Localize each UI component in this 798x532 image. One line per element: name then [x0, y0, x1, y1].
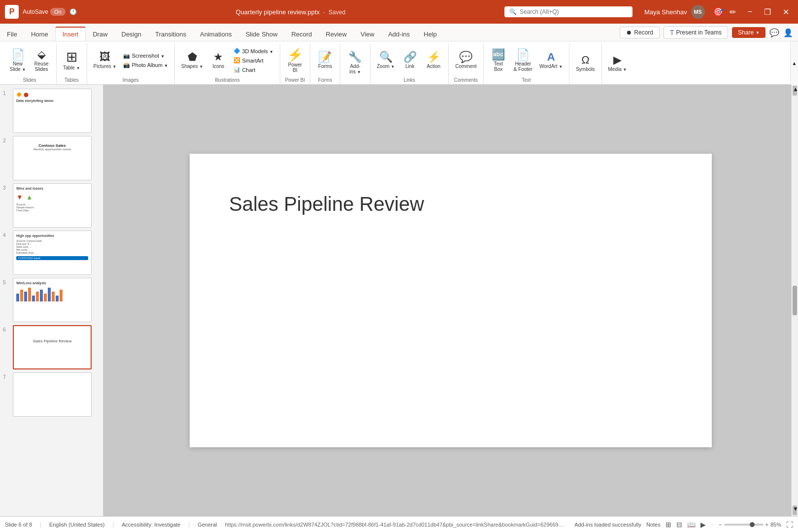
save-history-icon[interactable]: 🕐: [69, 8, 77, 15]
new-slide-button[interactable]: 📄 NewSlide ▼: [7, 48, 29, 73]
slide-thumb-2[interactable]: 2Contoso SalesMonthly opportunities revi…: [3, 136, 100, 180]
symbols-button[interactable]: Ω Symbols: [573, 53, 597, 73]
comment-icon-header[interactable]: 💬: [769, 28, 779, 37]
slide-thumb-6[interactable]: 6Sales Pipeline Review: [3, 325, 100, 369]
slide-thumb-3[interactable]: 3Wins and losses▼▲Account: ....Sample Am…: [3, 183, 100, 228]
minimize-button[interactable]: −: [744, 5, 756, 18]
share-button[interactable]: Share ▼: [732, 27, 765, 38]
action-button[interactable]: ⚡ Action: [423, 50, 444, 70]
text-box-button[interactable]: 🔤 TextBox: [488, 48, 509, 73]
search-input[interactable]: [520, 8, 628, 15]
comment-button[interactable]: 💬 Comment: [453, 50, 479, 70]
comments-group: 💬 Comment Comments: [449, 43, 483, 84]
link-button[interactable]: 🔗 Link: [399, 50, 421, 70]
powerbi-icon: ⚡: [287, 48, 303, 61]
tab-view[interactable]: View: [354, 28, 381, 41]
table-icon: ⊞: [66, 50, 77, 64]
zoom-out-icon[interactable]: −: [719, 522, 722, 528]
tab-animations[interactable]: Animations: [193, 28, 238, 41]
comments-group-content: 💬 Comment: [453, 43, 479, 77]
zoom-in-icon[interactable]: +: [765, 522, 768, 528]
zoom-control[interactable]: − + 85%: [719, 522, 781, 528]
header-footer-button[interactable]: 📄 Header& Footer: [511, 48, 535, 73]
autosave-toggle[interactable]: On: [50, 8, 66, 16]
avatar[interactable]: MS: [691, 5, 705, 19]
tab-file[interactable]: File: [0, 28, 24, 41]
photo-album-button[interactable]: 📸 Photo Album ▼: [121, 61, 170, 69]
slide-thumb-4[interactable]: 4High opp opportunitiesAccount: Contoso …: [3, 231, 100, 275]
scrollbar-down-arrow[interactable]: ▼: [793, 505, 797, 515]
table-button[interactable]: ⊞ Table ▼: [61, 49, 83, 72]
shapes-button[interactable]: ⬟ Shapes ▼: [179, 50, 206, 70]
comments-group-label: Comments: [454, 77, 478, 84]
pen-icon[interactable]: ✏: [730, 7, 736, 17]
illustrations-group-label: Illustrations: [215, 77, 240, 84]
tab-home[interactable]: Home: [24, 28, 55, 41]
slide-sorter-icon[interactable]: ⊟: [676, 521, 682, 529]
accessibility-status[interactable]: Accessibility: Investigate: [122, 522, 180, 528]
images-group: 🖼 Pictures ▼ 📷 Screenshot ▼ 📸 Photo Albu…: [87, 43, 175, 84]
slideshow-view-icon[interactable]: ▶: [700, 521, 706, 529]
powerbi-button[interactable]: ⚡ PowerBI: [284, 47, 306, 74]
chart-button[interactable]: 📊 Chart: [231, 66, 276, 74]
profile-icon-header[interactable]: 👤: [783, 28, 793, 37]
text-group-label: Text: [522, 77, 531, 84]
search-box[interactable]: 🔍: [504, 6, 632, 17]
wordart-button[interactable]: A WordArt ▼: [537, 50, 565, 70]
notes-button[interactable]: Notes: [646, 522, 661, 528]
media-button[interactable]: ▶ Media ▼: [606, 53, 630, 73]
tab-draw[interactable]: Draw: [86, 28, 114, 41]
record-button[interactable]: ⏺ Record: [620, 27, 660, 38]
normal-view-icon[interactable]: ⊞: [665, 521, 671, 529]
tab-insert[interactable]: Insert: [55, 27, 86, 41]
slide-thumb-5[interactable]: 5Win/Loss analysis: [3, 278, 100, 322]
zoom-button[interactable]: 🔍 Zoom ▼: [374, 50, 397, 70]
ribbon-collapse-button[interactable]: ▲: [790, 41, 798, 85]
canvas-vertical-scrollbar[interactable]: ▲ ▼: [791, 85, 798, 516]
add-ins-button[interactable]: 🔧 Add-ins ▼: [344, 50, 366, 76]
search-icon: 🔍: [509, 8, 517, 15]
tab-addins[interactable]: Add-ins: [381, 28, 417, 41]
tab-record[interactable]: Record: [284, 28, 319, 41]
fit-slide-icon[interactable]: ⛶: [786, 521, 793, 529]
ribbon: 📄 NewSlide ▼ ⬙ ReuseSlides Slides ⊞ Tabl…: [0, 41, 798, 85]
zoom-slider[interactable]: [724, 524, 764, 526]
slide-thumb-1[interactable]: 1🔶⬤Data storytelling demo: [3, 89, 100, 133]
3d-models-button[interactable]: 🔷 3D Models ▼: [231, 47, 276, 55]
status-url: https://msit.powerbi.com/links/d2W874ZJO…: [225, 522, 566, 528]
language-status[interactable]: English (United States): [49, 522, 105, 528]
reading-view-icon[interactable]: 📖: [687, 521, 696, 529]
action-icon: ⚡: [427, 52, 440, 63]
ribbon-icon[interactable]: 🎯: [713, 6, 724, 17]
tab-help[interactable]: Help: [417, 28, 444, 41]
canvas-area[interactable]: Sales Pipeline Review ▲ ▼: [103, 85, 798, 516]
tab-slideshow[interactable]: Slide Show: [238, 28, 284, 41]
reuse-slides-button[interactable]: ⬙ ReuseSlides: [31, 48, 52, 73]
forms-button[interactable]: 📝 Forms: [314, 50, 336, 70]
zoom-thumb: [750, 522, 755, 527]
record-icon: ⏺: [626, 29, 632, 36]
slide-thumb-7[interactable]: 7: [3, 372, 100, 417]
titlebar: P AutoSave On 🕐 Quarterly pipeline revie…: [0, 0, 798, 24]
restore-button[interactable]: ❐: [760, 5, 775, 19]
media-icon: ▶: [613, 55, 622, 66]
zoom-level[interactable]: 85%: [770, 522, 781, 528]
screenshot-button[interactable]: 📷 Screenshot ▼: [121, 52, 170, 60]
scrollbar-up-arrow[interactable]: ▲: [793, 86, 797, 96]
wordart-icon: A: [547, 52, 555, 63]
slide-img-3: Wins and losses▼▲Account: ....Sample Amo…: [13, 183, 92, 228]
smartart-button[interactable]: 🔀 SmartArt: [231, 56, 276, 65]
tab-review[interactable]: Review: [319, 28, 354, 41]
present-in-teams-button[interactable]: T Present in Teams: [664, 26, 728, 39]
icons-button[interactable]: ★ Icons: [207, 50, 229, 70]
forms-icon: 📝: [318, 52, 332, 63]
scrollbar-thumb[interactable]: [793, 286, 797, 315]
close-button[interactable]: ✕: [779, 5, 793, 19]
slide-num-3: 3: [3, 185, 10, 191]
tab-design[interactable]: Design: [115, 28, 148, 41]
tab-transitions[interactable]: Transitions: [148, 28, 193, 41]
slides-group: 📄 NewSlide ▼ ⬙ ReuseSlides Slides: [3, 43, 57, 84]
general-status: General: [198, 522, 217, 528]
forms-group: 📝 Forms Forms: [310, 43, 340, 84]
pictures-button[interactable]: 🖼 Pictures ▼: [91, 50, 119, 70]
